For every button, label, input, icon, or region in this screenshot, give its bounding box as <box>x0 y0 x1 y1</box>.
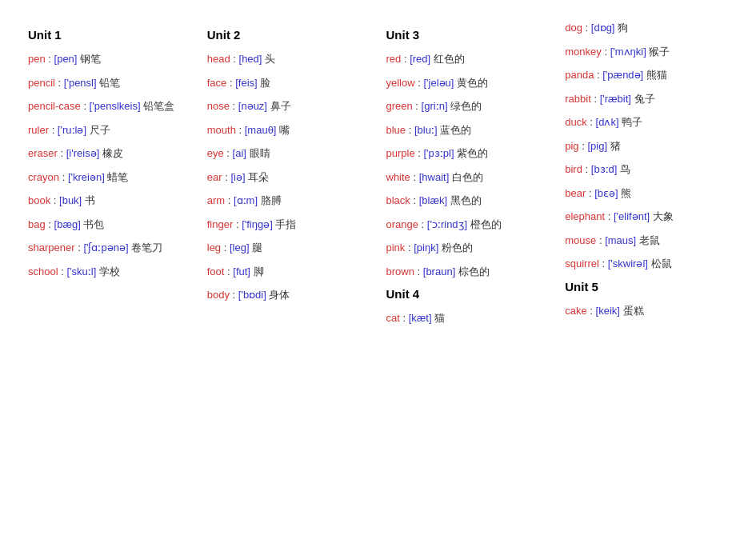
vocab-item: foot : [fut] 脚 <box>207 264 370 280</box>
phonetic: [dɒg] <box>591 22 615 34</box>
vocab-item: nose : [nəuz] 鼻子 <box>207 98 370 114</box>
vocab-item: brown : [braun] 棕色的 <box>386 264 550 280</box>
english-word: yellow <box>386 77 415 89</box>
chinese-translation: 铅笔盒 <box>143 100 174 112</box>
vocab-item: pen : [pen] 钢笔 <box>28 51 191 67</box>
chinese-translation: 腿 <box>252 242 262 254</box>
phonetic: [hed] <box>239 53 262 65</box>
english-word: leg <box>207 242 221 254</box>
english-word: red <box>386 53 402 65</box>
phonetic: [maus] <box>605 234 636 246</box>
phonetic: [fut] <box>233 266 250 277</box>
chinese-translation: 书 <box>85 194 95 206</box>
vocab-item: cake : [keik] 蛋糕 <box>565 303 728 319</box>
english-word: white <box>386 171 410 183</box>
english-word: face <box>207 77 227 89</box>
english-word: eraser <box>28 147 58 159</box>
vocab-item: rabbit : ['ræbit] 兔子 <box>565 91 728 107</box>
phonetic: ['skwirəl] <box>608 258 648 269</box>
phonetic: [ɑːm] <box>234 194 258 206</box>
english-word: body <box>207 289 230 301</box>
chinese-translation: 棕色的 <box>458 266 490 277</box>
phonetic: [red] <box>410 53 430 65</box>
chinese-translation: 鸭子 <box>622 116 642 128</box>
phonetic: ['pændə] <box>602 69 643 81</box>
vocab-item: school : ['skuːl] 学校 <box>28 264 191 280</box>
chinese-translation: 眼睛 <box>250 147 270 159</box>
vocab-item: white : [hwait] 白色的 <box>386 170 550 186</box>
chinese-translation: 红色的 <box>434 53 465 65</box>
vocab-item: eye : [ai] 眼睛 <box>207 146 370 162</box>
english-word: mouse <box>565 234 596 246</box>
chinese-translation: 橡皮 <box>102 147 123 159</box>
vocab-item: dog : [dɒg] 狗 <box>565 20 728 36</box>
phonetic: [nəuz] <box>238 100 267 112</box>
phonetic: [i'reisə] <box>66 147 100 159</box>
vocab-item: pig : [pig] 猪 <box>565 138 728 154</box>
chinese-translation: 橙色的 <box>470 218 502 230</box>
column-1: Unit 1pen : [pen] 钢笔pencil : ['pensl] 铅笔… <box>24 16 195 338</box>
chinese-translation: 书包 <box>83 218 104 230</box>
vocab-item: leg : [leg] 腿 <box>207 240 370 256</box>
english-word: ruler <box>28 124 49 136</box>
english-word: bag <box>28 218 46 230</box>
english-word: duck <box>565 116 586 128</box>
vocab-item: red : [red] 红色的 <box>386 51 550 67</box>
phonetic: ['jeləu] <box>423 77 454 89</box>
phonetic: [ai] <box>233 147 246 159</box>
phonetic: [hwait] <box>419 171 450 183</box>
chinese-translation: 鼻子 <box>270 100 291 112</box>
chinese-translation: 老鼠 <box>639 234 660 246</box>
phonetic: [buk] <box>59 194 82 206</box>
phonetic: ['kreiən] <box>68 171 105 183</box>
chinese-translation: 胳膊 <box>261 194 282 206</box>
vocab-item: ear : [iə] 耳朵 <box>207 170 370 186</box>
chinese-translation: 黄色的 <box>457 77 488 89</box>
chinese-translation: 猴子 <box>649 46 670 58</box>
chinese-translation: 蛋糕 <box>623 305 644 317</box>
english-word: pencil-case <box>28 100 81 112</box>
english-word: pen <box>28 53 46 65</box>
phonetic: ['fiŋgə] <box>242 218 273 230</box>
chinese-translation: 粉色的 <box>442 242 473 254</box>
phonetic: ['skuːl] <box>66 266 96 277</box>
phonetic: [bæg] <box>54 218 81 230</box>
vocab-item: monkey : ['mʌŋki] 猴子 <box>565 44 728 60</box>
english-word: green <box>386 100 413 112</box>
english-word: arm <box>207 194 225 206</box>
vocab-item: cat : [kæt] 猫 <box>386 310 550 326</box>
phonetic: [blæk] <box>419 194 447 206</box>
vocab-item: body : ['bɒdi] 身体 <box>207 287 370 303</box>
english-word: school <box>28 266 58 277</box>
unit-title-unit-3: Unit 3 <box>386 28 550 42</box>
english-word: pig <box>565 140 578 152</box>
vocab-item: panda : ['pændə] 熊猫 <box>565 67 728 83</box>
english-word: cake <box>565 305 586 317</box>
phonetic: ['bɒdi] <box>238 289 266 301</box>
english-word: nose <box>207 100 230 112</box>
vocab-item: green : [griːn] 绿色的 <box>386 98 550 114</box>
vocab-item: blue : [bluː] 蓝色的 <box>386 122 550 138</box>
chinese-translation: 大象 <box>653 210 674 222</box>
english-word: head <box>207 53 230 65</box>
phonetic: [keik] <box>596 305 620 317</box>
vocab-item: bag : [bæg] 书包 <box>28 217 191 233</box>
unit-title-unit-2: Unit 2 <box>207 28 370 42</box>
vocab-item: elephant : ['elifənt] 大象 <box>565 209 728 225</box>
vocab-item: pink : [piŋk] 粉色的 <box>386 240 550 256</box>
phonetic: ['mʌŋki] <box>610 46 646 58</box>
vocab-item: bird : [bɜːd] 鸟 <box>565 162 728 178</box>
vocab-item: head : [hed] 头 <box>207 51 370 67</box>
chinese-translation: 黑色的 <box>450 194 482 206</box>
chinese-translation: 松鼠 <box>651 258 672 269</box>
phonetic: [griːn] <box>422 100 448 112</box>
english-word: crayon <box>28 171 59 183</box>
chinese-translation: 白色的 <box>452 171 483 183</box>
vocab-item: face : [feis] 脸 <box>207 75 370 91</box>
chinese-translation: 铅笔 <box>99 77 120 89</box>
vocab-item: purple : ['pɜːpl] 紫色的 <box>386 146 550 162</box>
phonetic: [feis] <box>235 77 257 89</box>
english-word: squirrel <box>565 258 599 269</box>
english-word: book <box>28 194 50 206</box>
english-word: panda <box>565 69 594 81</box>
